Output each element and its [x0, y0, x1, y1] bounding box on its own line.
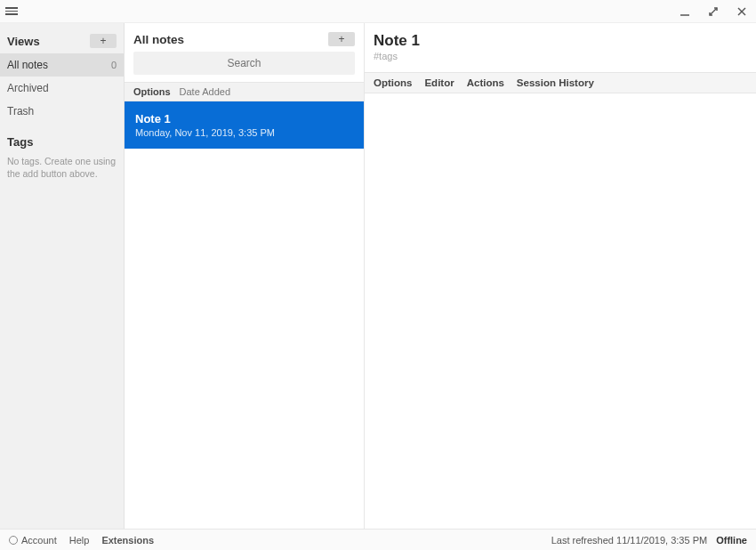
note-list-sort[interactable]: Date Added	[180, 86, 231, 97]
views-header: Views +	[0, 30, 124, 53]
sidebar-item-label: All notes	[7, 59, 48, 71]
tags-empty-message: No tags. Create one using the add button…	[0, 154, 124, 182]
menu-icon[interactable]	[5, 7, 18, 15]
main-content: Views + All notes 0 Archived Trash Tags …	[0, 22, 756, 529]
minimize-button[interactable]	[676, 4, 694, 19]
editor-header: Note 1 #tags	[365, 23, 756, 65]
tags-header: Tags	[0, 132, 124, 154]
tab-options[interactable]: Options	[374, 77, 412, 88]
sidebar-item-archived[interactable]: Archived	[0, 77, 124, 100]
connection-status: Offline	[716, 535, 747, 546]
note-item-title: Note 1	[135, 112, 353, 125]
tab-actions[interactable]: Actions	[467, 77, 504, 88]
note-item-date: Monday, Nov 11, 2019, 3:35 PM	[135, 127, 353, 138]
search-input[interactable]	[133, 52, 355, 75]
sidebar-item-label: Archived	[7, 82, 49, 94]
tags-title: Tags	[7, 135, 33, 149]
views-title: Views	[7, 35, 40, 48]
tab-session-history[interactable]: Session History	[517, 77, 594, 88]
note-list-header: All notes +	[125, 23, 364, 52]
editor-tabs: Options Editor Actions Session History	[365, 72, 756, 93]
add-view-button[interactable]: +	[90, 34, 117, 48]
account-link[interactable]: Account	[9, 535, 57, 546]
note-list-options[interactable]: Options	[133, 86, 171, 97]
note-list-subheader: Options Date Added	[125, 82, 364, 101]
editor-title[interactable]: Note 1	[374, 32, 747, 50]
titlebar	[0, 0, 756, 22]
note-item[interactable]: Note 1 Monday, Nov 11, 2019, 3:35 PM	[125, 101, 364, 149]
editor-body[interactable]	[365, 93, 756, 529]
add-note-button[interactable]: +	[328, 32, 355, 46]
maximize-button[interactable]	[704, 4, 722, 19]
account-label: Account	[21, 535, 57, 546]
sidebar-item-trash[interactable]: Trash	[0, 100, 124, 123]
sidebar: Views + All notes 0 Archived Trash Tags …	[0, 23, 125, 529]
footer: Account Help Extensions Last refreshed 1…	[0, 529, 756, 550]
last-refreshed: Last refreshed 11/11/2019, 3:35 PM	[551, 535, 708, 546]
sidebar-item-all-notes[interactable]: All notes 0	[0, 53, 124, 77]
note-list-panel: All notes + Options Date Added Note 1 Mo…	[125, 23, 365, 529]
note-list-title: All notes	[133, 33, 184, 46]
help-link[interactable]: Help	[69, 535, 90, 546]
sidebar-item-count: 0	[111, 60, 117, 70]
close-button[interactable]	[733, 4, 751, 19]
editor-tags-field[interactable]: #tags	[374, 51, 747, 61]
extensions-link[interactable]: Extensions	[101, 535, 154, 546]
search-wrap	[125, 52, 364, 82]
editor-panel: Note 1 #tags Options Editor Actions Sess…	[365, 23, 756, 529]
sidebar-item-label: Trash	[7, 105, 34, 117]
tab-editor[interactable]: Editor	[424, 77, 454, 88]
account-icon	[9, 536, 18, 545]
